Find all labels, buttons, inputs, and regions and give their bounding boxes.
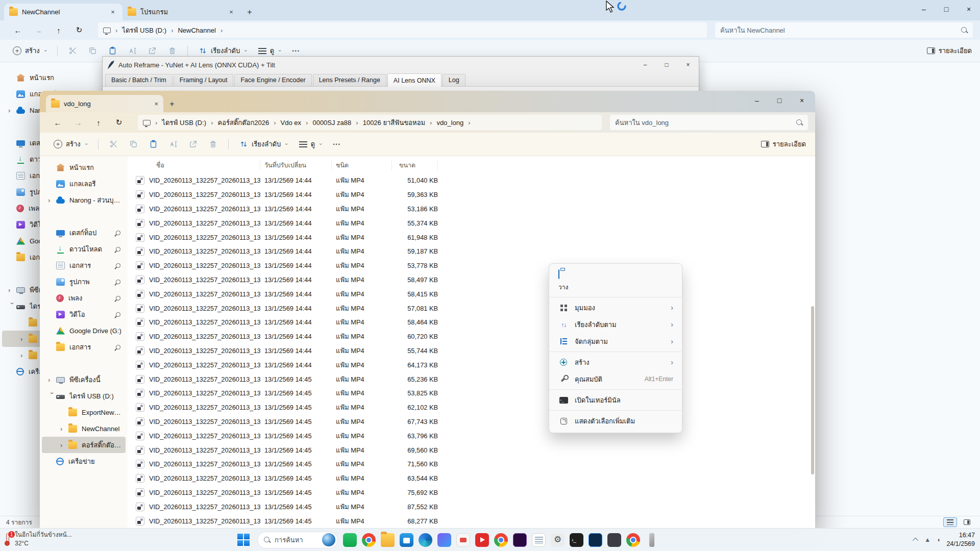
reframe-tab[interactable]: Face Engine / Encoder (234, 74, 311, 86)
file-row[interactable]: VID_20260113_132257_20260113_132919_9...… (132, 429, 815, 443)
sidebar-item[interactable]: รูปภาพ (42, 273, 126, 290)
breadcrumb[interactable]: › ไดรฟ์ USB (D:) › คอร์สติ๊กต๊อก2026 › V… (138, 115, 602, 130)
back-icon[interactable]: ← (11, 26, 24, 35)
file-row[interactable]: VID_20260113_132257_20260113_132919_9...… (132, 188, 815, 202)
sidebar-item[interactable]: › NewChannel (42, 420, 126, 437)
file-row[interactable]: VID_20260113_132257_20260113_132919_9...… (132, 344, 815, 358)
more-options-button[interactable]: ••• (328, 136, 345, 153)
copy-button[interactable] (84, 43, 102, 59)
sidebar-item[interactable]: วิดีโอ (42, 306, 126, 322)
sidebar-item[interactable]: ดาวน์โหลด (42, 241, 126, 257)
refresh-icon[interactable]: ↻ (112, 118, 126, 127)
sidebar-item[interactable]: เดสก์ท็อป (42, 224, 126, 241)
chevron-icon[interactable]: › (20, 352, 29, 359)
title-bar[interactable]: Auto Reframe - YuNet + AI Lens (ONNX CUD… (103, 57, 699, 73)
new-button[interactable]: + สร้าง › (8, 43, 51, 59)
file-row[interactable]: VID_20260113_132257_20260113_132919_9...… (132, 386, 815, 400)
chevron-icon[interactable]: › (8, 286, 16, 294)
tab-close-icon[interactable]: × (227, 8, 236, 16)
reframe-tab[interactable]: Framing / Layout (174, 74, 234, 86)
up-icon[interactable]: ↑ (52, 26, 65, 35)
sort-button[interactable]: เรียงลำดับ › (235, 136, 292, 153)
chevron-icon[interactable]: › (60, 441, 68, 449)
taskbar-app-icon[interactable] (532, 533, 546, 547)
context-menu-item[interactable] (550, 352, 681, 352)
context-menu-item[interactable]: จัดกลุ่มตาม › (552, 333, 679, 349)
chevron-icon[interactable]: › (48, 392, 56, 400)
reframe-tab[interactable]: Log (443, 74, 465, 86)
file-row[interactable]: VID_20260113_132257_20260113_132919_9...… (132, 514, 815, 528)
new-button[interactable]: + สร้าง › (49, 136, 92, 153)
details-pane-button[interactable]: รายละเอียด (761, 139, 806, 149)
explorer-tab[interactable]: NewChannel × (4, 4, 122, 20)
tab-close-icon[interactable]: × (154, 100, 158, 108)
new-tab-button[interactable]: + (163, 95, 181, 112)
sidebar-item[interactable]: แกลเลอรี (42, 176, 126, 192)
taskbar-app-icon[interactable] (343, 533, 357, 547)
taskbar-app-icon[interactable] (513, 533, 527, 547)
cut-button[interactable] (105, 136, 122, 153)
taskbar-app-icon[interactable] (419, 533, 432, 547)
back-icon[interactable]: ← (51, 118, 64, 127)
file-row[interactable]: VID_20260113_132257_20260113_132919_9...… (132, 173, 815, 188)
search-input[interactable]: ค้นหาใน vdo_long (610, 115, 808, 130)
rename-button[interactable] (164, 136, 182, 153)
sidebar-item[interactable]: › ไดรฟ์ USB (D:) (42, 388, 126, 404)
context-menu-item[interactable]: มุมมอง › (552, 299, 679, 316)
file-row[interactable]: VID_20260113_132257_20260113_132919_9...… (132, 315, 815, 330)
breadcrumb-item[interactable]: Vdo ex (281, 119, 301, 127)
column-header-type[interactable]: ชนิด (332, 160, 392, 170)
sidebar-item[interactable]: เอกสาร (42, 257, 126, 273)
minimize-button[interactable]: – (746, 92, 768, 109)
file-row[interactable]: VID_20260113_132257_20260113_132919_9...… (132, 358, 815, 372)
explorer-tab[interactable]: โปรแกรม × (122, 4, 241, 20)
context-menu-item[interactable]: เรียงลำดับตาม › (552, 316, 679, 333)
chevron-icon[interactable]: › (60, 425, 68, 433)
sidebar-item[interactable]: › Narong - ส่วนบุคคล (42, 192, 126, 208)
minimize-button[interactable]: – (913, 0, 935, 18)
file-row[interactable]: VID_20260113_132257_20260113_132919_9...… (132, 400, 815, 415)
column-header-name[interactable]: ˆ ชื่อ (132, 160, 260, 170)
taskbar-app-icon[interactable] (475, 533, 489, 547)
context-menu-item[interactable]: คุณสมบัติ Alt1+Enter (552, 371, 679, 387)
view-button[interactable]: ดู › (295, 136, 327, 153)
delete-button[interactable] (204, 136, 222, 153)
sidebar-item[interactable]: เอกสาร (42, 339, 126, 355)
reframe-tab[interactable]: Lens Presets / Range (313, 74, 386, 86)
taskbar-app-icon[interactable] (362, 533, 376, 547)
details-pane-button[interactable]: รายละเอียด (927, 45, 972, 56)
status-details-view-button[interactable] (960, 517, 974, 527)
file-row[interactable]: VID_20260113_132257_20260113_132919_9...… (132, 244, 815, 259)
file-row[interactable]: VID_20260113_132257_20260113_132919_9...… (132, 287, 815, 301)
reframe-tab[interactable]: AI Lens ONNX (387, 73, 442, 87)
taskbar-app-icon[interactable] (381, 533, 395, 547)
column-header-size[interactable]: ขนาด (392, 160, 438, 170)
breadcrumb-item[interactable]: vdo_long (436, 119, 463, 127)
close-button[interactable]: × (677, 57, 699, 73)
search-highlight-image[interactable] (322, 533, 335, 546)
breadcrumb-item[interactable]: คอร์สติ๊กต๊อก2026 (217, 117, 269, 128)
up-icon[interactable]: ↑ (92, 118, 105, 127)
breadcrumb-item[interactable]: 10026 ยาสีฟันขอหอม (363, 117, 425, 128)
scrollbar-thumb[interactable] (811, 306, 814, 474)
breadcrumb[interactable]: › ไดรฟ์ USB (D:) › NewChannel › (98, 22, 707, 38)
file-row[interactable]: VID_20260113_132257_20260113_132919_9...… (132, 202, 815, 216)
taskbar-app-icon[interactable] (589, 533, 602, 547)
close-button[interactable]: × (958, 0, 980, 18)
taskbar-app-icon[interactable] (649, 533, 654, 547)
chevron-icon[interactable]: › (48, 196, 56, 204)
breadcrumb-item[interactable]: NewChannel (178, 27, 215, 34)
share-button[interactable] (184, 136, 202, 153)
context-menu-item[interactable] (550, 410, 681, 411)
column-header-date[interactable]: วันที่ปรับเปลี่ยน (260, 160, 332, 170)
status-list-view-button[interactable] (943, 517, 957, 527)
close-button[interactable]: × (791, 92, 813, 109)
file-row[interactable]: VID_20260113_132257_20260113_132919_9...… (132, 415, 815, 429)
tab-close-icon[interactable]: × (108, 8, 117, 16)
file-row[interactable]: VID_20260113_132257_20260113_132919_9...… (132, 499, 815, 514)
file-row[interactable]: VID_20260113_132257_20260113_132919_9...… (132, 372, 815, 386)
copy-button[interactable] (125, 136, 142, 153)
context-menu-item[interactable]: แสดงตัวเลือกเพิ่มเติม (552, 413, 679, 429)
sidebar-item[interactable] (42, 355, 126, 371)
taskbar-app-icon[interactable] (551, 533, 565, 547)
